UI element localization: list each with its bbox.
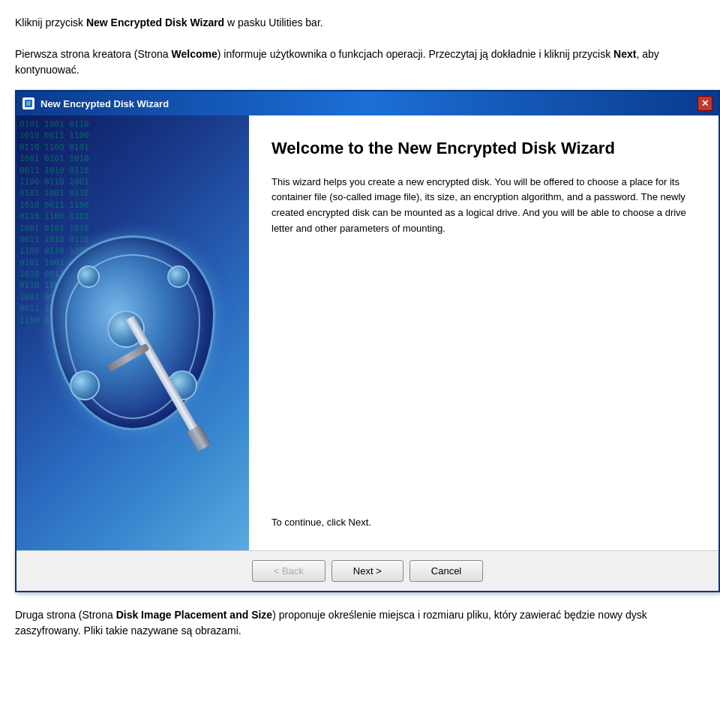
- wizard-welcome-heading: Welcome to the New Encrypted Disk Wizard: [272, 138, 696, 160]
- wizard-continue-text: To continue, click Next.: [272, 517, 696, 528]
- intro-bold-2: Welcome: [172, 48, 218, 60]
- wizard-left-panel: 0101 1001 0110 1010 0011 1100 0110 1100 …: [16, 115, 249, 550]
- wizard-body: 0101 1001 0110 1010 0011 1100 0110 1100 …: [16, 115, 718, 550]
- wizard-title-icon: [22, 97, 34, 109]
- wizard-titlebar: New Encrypted Disk Wizard ✕: [16, 91, 718, 115]
- back-button[interactable]: < Back: [252, 560, 326, 582]
- outro-paragraph: Druga strona (Strona Disk Image Placemen…: [15, 607, 705, 639]
- intro-bold-3: Next: [614, 48, 636, 60]
- wizard-right-panel: Welcome to the New Encrypted Disk Wizard…: [249, 115, 718, 550]
- close-button[interactable]: ✕: [698, 96, 712, 111]
- cancel-button[interactable]: Cancel: [410, 560, 483, 582]
- intro-text-3: Pierwsza strona kreatora (Strona: [15, 48, 172, 60]
- shield-knob-tl: [77, 265, 100, 288]
- shield-knob-tr: [167, 265, 190, 288]
- wizard-footer: < Back Next > Cancel: [16, 550, 718, 591]
- shield-knob-bl: [70, 370, 100, 400]
- intro-paragraph: Kliknij przycisk New Encrypted Disk Wiza…: [15, 15, 705, 78]
- wizard-title-text: New Encrypted Disk Wizard: [40, 98, 169, 109]
- intro-bold-1: New Encrypted Disk Wizard: [86, 16, 224, 28]
- wizard-dialog: New Encrypted Disk Wizard ✕ 0101 1001 01…: [15, 90, 720, 592]
- intro-text-1: Kliknij przycisk: [15, 16, 86, 28]
- titlebar-title-group: New Encrypted Disk Wizard: [22, 97, 169, 109]
- shield-graphic: [35, 213, 230, 453]
- intro-text-4: ) informuje użytkownika o funkcjach oper…: [218, 48, 614, 60]
- outro-bold: Disk Image Placement and Size: [116, 609, 273, 621]
- svg-rect-1: [26, 101, 31, 106]
- wizard-description-text: This wizard helps you create a new encry…: [272, 175, 696, 494]
- intro-text-2: w pasku Utilities bar.: [224, 16, 323, 28]
- outro-text-1: Druga strona (Strona: [15, 609, 116, 621]
- next-button[interactable]: Next >: [332, 560, 404, 582]
